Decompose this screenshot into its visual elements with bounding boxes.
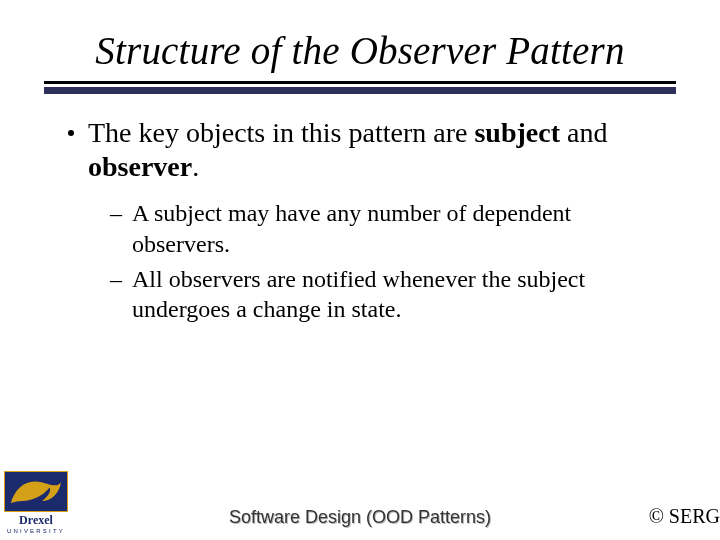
bullet-pre: The key objects in this pattern are [88,117,474,148]
dash-icon: – [110,198,122,228]
title-underline [44,81,676,94]
footer-copyright: © SERG [649,505,720,528]
svg-point-0 [52,482,55,485]
bullet-mid: and [560,117,607,148]
dash-icon: – [110,264,122,294]
slide-title: Structure of the Observer Pattern [42,28,678,73]
bullet-dot-icon [68,130,74,136]
bullet-item: The key objects in this pattern are subj… [68,116,670,184]
logo-subtext: UNIVERSITY [4,528,68,534]
bullet-post: . [192,151,199,182]
sub-bullet-item: – All observers are notified whenever th… [110,264,670,325]
dragon-icon [4,471,68,512]
slide-body: The key objects in this pattern are subj… [42,116,678,325]
sub-bullet-text: All observers are notified whenever the … [132,264,670,325]
slide: Structure of the Observer Pattern The ke… [0,0,720,540]
slide-footer: Drexel UNIVERSITY Software Design (OOD P… [0,480,720,534]
sub-bullet-item: – A subject may have any number of depen… [110,198,670,259]
sub-bullet-list: – A subject may have any number of depen… [68,198,670,325]
bullet-bold-observer: observer [88,151,192,182]
bullet-bold-subject: subject [474,117,560,148]
footer-center-text: Software Design (OOD Patterns) [0,507,720,528]
sub-bullet-text: A subject may have any number of depende… [132,198,670,259]
bullet-text: The key objects in this pattern are subj… [88,116,670,184]
